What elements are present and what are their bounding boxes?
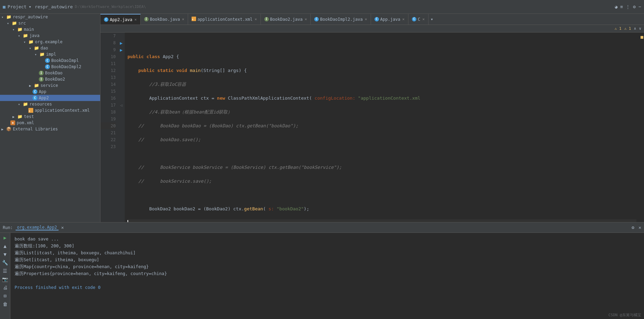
tab-close-bookdao2[interactable]: ✕ (305, 17, 307, 21)
tab-close-bookdao[interactable]: ✕ (182, 17, 184, 21)
output-line-1: book dao save ... (15, 236, 640, 243)
run-arrow-8[interactable]: ▶ (120, 40, 123, 46)
code-editor[interactable]: 7 8 9 10 11 12 13 14 15 16 17 18 19 20 2… (100, 33, 644, 222)
output-line-process: Process finished with exit code 0 (15, 284, 640, 291)
sidebar-item-org-example[interactable]: ▾ 📁 org.example (0, 39, 100, 45)
run-output: book dao save ... 遍历数组:[100, 200, 300] 遍… (10, 233, 644, 319)
scroll-down-icon[interactable]: ▼ (3, 252, 6, 257)
tab-close-bookdaoimpl2[interactable]: ✕ (365, 17, 367, 21)
project-path: D:\WorkSoftware_Workplace\IDEA\ (75, 4, 146, 9)
sidebar: ▾ 📁 respr_autowire ▾ 📁 src ▾ 📁 main ▾ 📁 … (0, 14, 100, 222)
tab-label-bookdao2: BookDao2.java (270, 17, 303, 22)
line-numbers: 7 8 9 10 11 12 13 14 15 16 17 18 19 20 2… (100, 33, 118, 222)
root-name: respr_autowire (35, 4, 73, 9)
sidebar-item-app[interactable]: C App (0, 89, 100, 95)
tabs-bar: C App2.java ✕ I BookDao.java ✕ x applica… (100, 14, 644, 25)
tab-icon-app2: C (104, 17, 108, 22)
sidebar-item-main[interactable]: ▾ 📁 main (0, 26, 100, 33)
sidebar-item-bookdao[interactable]: I BookDao (0, 70, 100, 76)
sidebar-item-root[interactable]: ▾ 📁 respr_autowire (0, 14, 100, 20)
tab-icon-bookdao2: I (264, 17, 269, 21)
sidebar-item-ext-libs[interactable]: ▶ 📦 External Libraries (0, 126, 100, 132)
tab-label-appjava: App.java (380, 17, 400, 22)
watermark: CSDN @东篱与橘宝 (608, 312, 641, 318)
bookmark-icon[interactable]: ⋮ (626, 4, 630, 9)
output-line-4: 遍历Set[itcast, itheima, boxuegu] (15, 256, 640, 263)
tab-icon-bookdaoimpl2: C (314, 17, 319, 21)
project-icon: ■ (3, 4, 6, 9)
output-line-2: 遍历数组:[100, 200, 300] (15, 243, 640, 249)
scroll-up-icon[interactable]: ▲ (3, 243, 6, 249)
tab-close-appcontext[interactable]: ✕ (255, 17, 257, 21)
settings-icon[interactable]: ⚙ (633, 4, 636, 9)
run-panel: Run: org.example.App2 ✕ ⚙ ✕ ▶ ▲ ▼ 🔧 ☰ 📷 … (0, 222, 644, 319)
sidebar-item-test[interactable]: ▶ 📁 test (0, 113, 100, 120)
layout-icon[interactable]: ⊟ (3, 293, 6, 299)
tab-app2[interactable]: C App2.java ✕ (100, 14, 141, 25)
minimize-icon[interactable]: − (638, 4, 641, 9)
tab-label-bookdao: BookDao.java (150, 17, 180, 22)
tab-icon-appcontext: x (192, 17, 196, 22)
output-line-6: 遍历Properties{province=henan, city=kaifen… (15, 270, 640, 277)
bookmark-17: ◁ (120, 103, 123, 108)
tab-icon-bookdao: I (144, 17, 149, 21)
tab-bookdao2[interactable]: I BookDao2.java ✕ (261, 14, 311, 25)
warning-badge[interactable]: ⚠ 1 (615, 26, 621, 31)
tab-appjava[interactable]: C App.java ✕ (371, 14, 408, 25)
wrench-icon[interactable]: 🔧 (2, 260, 8, 265)
camera-icon[interactable]: 📷 (2, 276, 8, 282)
sidebar-item-service[interactable]: ▶ 📁 service (0, 82, 100, 89)
run-left-toolbar: ▶ ▲ ▼ 🔧 ☰ 📷 🖨 ⊟ 🗑 (0, 233, 10, 319)
dropdown-icon[interactable]: ▾ (29, 4, 32, 9)
print-icon[interactable]: 🖨 (3, 285, 8, 290)
tab-appcontext[interactable]: x applicationContext.xml ✕ (188, 14, 261, 25)
run-button[interactable]: ▶ (3, 235, 6, 240)
nav-icon[interactable]: ◕ (615, 4, 618, 9)
tab-icon-c: C (412, 17, 416, 21)
tab-label-app2: App2.java (110, 17, 132, 22)
error-badge[interactable]: ⚠ 1 (624, 26, 631, 31)
main-area: ▾ 📁 respr_autowire ▾ 📁 src ▾ 📁 main ▾ 📁 … (0, 14, 644, 222)
right-gutter-warning (641, 36, 643, 39)
sidebar-item-bookdaoimpl[interactable]: C BookDaoImpl (0, 57, 100, 64)
run-close-panel[interactable]: ✕ (638, 225, 641, 230)
right-gutter (639, 33, 644, 222)
editor-area: C App2.java ✕ I BookDao.java ✕ x applica… (100, 14, 644, 222)
sidebar-item-dao[interactable]: ▾ 📁 dao (0, 45, 100, 51)
project-label[interactable]: Project (8, 4, 27, 9)
output-line-5: 遍历Map{country=china, province=henan, cit… (15, 263, 640, 270)
tab-close-app2[interactable]: ✕ (134, 17, 137, 22)
tab-label-appcontext: applicationContext.xml (197, 17, 253, 22)
sidebar-item-resources[interactable]: ▾ 📁 resources (0, 101, 100, 107)
trash-icon[interactable]: 🗑 (3, 301, 8, 307)
nav-down[interactable]: ∨ (639, 26, 641, 31)
nav-up[interactable]: ∧ (634, 26, 636, 31)
structure-icon[interactable]: ≡ (620, 4, 623, 9)
tab-close-c[interactable]: ✕ (422, 17, 425, 21)
sidebar-item-appcontext[interactable]: x applicationContext.xml (0, 107, 100, 113)
tab-bookdaoimpl2[interactable]: C BookDaoImpl2.java ✕ (311, 14, 371, 25)
run-tab-active[interactable]: org.example.App2 (16, 225, 59, 230)
tab-label-bookdaoimpl2: BookDaoImpl2.java (320, 17, 363, 22)
sidebar-item-java[interactable]: ▾ 📁 java (0, 33, 100, 39)
tab-label-c: C (418, 17, 420, 22)
code-content[interactable]: public class App2 { public static void m… (125, 33, 639, 222)
warning-bar: ⚠ 1 ⚠ 1 ∧ ∨ (100, 25, 644, 33)
sidebar-item-bookdaoimpl2[interactable]: C BookDaoImpl2 (0, 64, 100, 70)
sidebar-item-app2[interactable]: C App2 (0, 95, 100, 101)
run-settings-icon[interactable]: ⚙ (632, 225, 634, 230)
run-arrow-9[interactable]: ▶ (120, 47, 123, 53)
tab-c[interactable]: C C ✕ (408, 14, 429, 25)
sidebar-item-pom[interactable]: m pom.xml (0, 120, 100, 126)
tab-icon-appjava: C (374, 17, 379, 21)
sidebar-item-impl[interactable]: ▾ 📁 impl (0, 51, 100, 57)
sidebar-item-src[interactable]: ▾ 📁 src (0, 20, 100, 26)
run-tab-close[interactable]: ✕ (61, 225, 64, 230)
filter-icon[interactable]: ☰ (3, 268, 7, 274)
tab-bookdao[interactable]: I BookDao.java ✕ (141, 14, 188, 25)
tab-overflow[interactable]: ▾ (429, 14, 435, 25)
top-toolbar: ◕ ≡ ⋮ ⚙ − (615, 4, 641, 9)
tab-close-appjava[interactable]: ✕ (402, 17, 405, 21)
sidebar-item-bookdao2[interactable]: I BookDao2 (0, 76, 100, 82)
top-bar: ■ Project ▾ respr_autowire D:\WorkSoftwa… (0, 0, 644, 14)
